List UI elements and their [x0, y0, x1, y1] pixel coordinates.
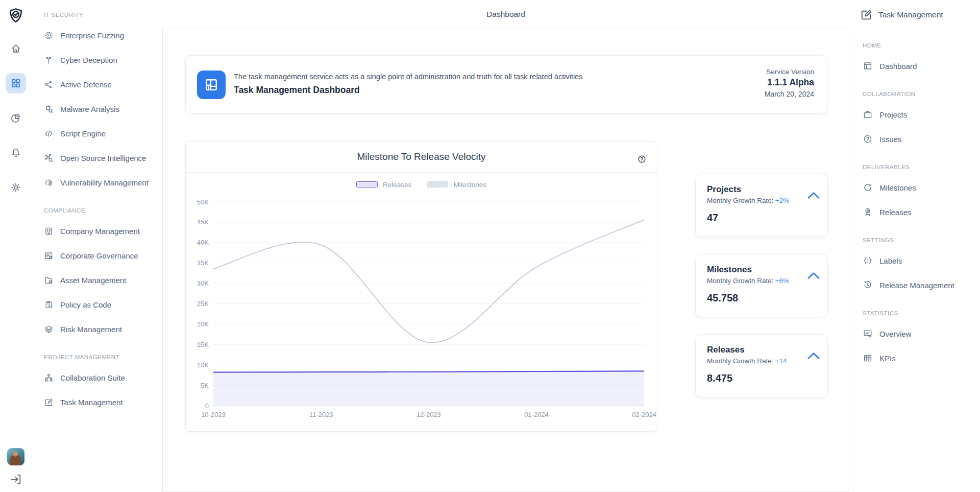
nav-item-malware-analysis[interactable]: Malware Analysis [33, 97, 162, 121]
bug-search-icon [44, 104, 54, 114]
left-icon-rail [0, 0, 32, 492]
rail-button-home[interactable] [6, 38, 26, 59]
version-label: Service Version [765, 68, 814, 76]
nav-item-enterprise-fuzzing[interactable]: Enterprise Fuzzing [33, 23, 162, 48]
nav-item-label: Overview [879, 330, 912, 338]
nav-item-label: Labels [879, 256, 902, 265]
stat-cards: ProjectsMonthly Growth Rate:+2%47Milesto… [695, 174, 828, 414]
nav-section-settings: SETTINGSLabelsRelease Management [860, 234, 980, 297]
nav-section-it-security: IT SECURITYEnterprise FuzzingCyber Decep… [33, 9, 162, 195]
refresh-icon [863, 182, 873, 193]
rail-button-apps[interactable] [6, 73, 26, 93]
clipboard-icon [44, 300, 54, 310]
stat-value: 47 [707, 212, 816, 224]
svg-text:10-2023: 10-2023 [201, 411, 226, 418]
nav-item-issues[interactable]: Issues [860, 127, 980, 151]
nav-item-active-defense[interactable]: Active Defense [33, 72, 162, 97]
stat-card-projects: ProjectsMonthly Growth Rate:+2%47 [695, 174, 828, 237]
stat-card-milestones: MilestonesMonthly Growth Rate:+6%45.758 [695, 254, 828, 317]
nav-item-label: KPIs [879, 354, 896, 363]
rail-button-settings[interactable] [6, 177, 26, 198]
section-label: COMPLIANCE [33, 204, 162, 217]
chevron-up-icon[interactable] [807, 272, 820, 279]
svg-text:50K: 50K [197, 198, 209, 206]
nav-item-label: Corporate Governance [60, 251, 138, 260]
section-label: SETTINGS [860, 234, 980, 246]
breadcrumb: Dashboard [162, 0, 849, 29]
svg-text:40K: 40K [197, 239, 209, 246]
section-label: STATISTICS [860, 307, 980, 319]
nav-item-label: Cyber Deception [60, 56, 117, 64]
page-title: Task Management Dashboard [234, 85, 360, 96]
help-circle-icon[interactable] [637, 154, 647, 164]
list-gear-icon [44, 251, 54, 261]
nav-item-task-management[interactable]: Task Management [33, 390, 162, 414]
bell-icon [10, 147, 21, 158]
nav-item-cyber-deception[interactable]: Cyber Deception [33, 48, 162, 72]
nav-item-collaboration-suite[interactable]: Collaboration Suite [33, 365, 162, 390]
nav-item-label: Issues [879, 135, 901, 144]
nav-item-kpis[interactable]: KPIs [860, 346, 980, 370]
nav-item-open-source-intelligence[interactable]: Open Source Intelligence [33, 146, 162, 170]
history-icon [863, 280, 873, 290]
stat-value: 8.475 [707, 372, 816, 384]
nav-item-release-management[interactable]: Release Management [860, 273, 980, 297]
logout-icon[interactable] [9, 473, 22, 486]
fingerprint-icon [44, 178, 54, 188]
nav-item-dashboard[interactable]: Dashboard [860, 54, 980, 78]
nav-item-asset-management[interactable]: Asset Management [33, 268, 162, 292]
nav-item-risk-management[interactable]: Risk Management [33, 317, 162, 341]
svg-text:0: 0 [205, 402, 209, 410]
folder-icon [44, 275, 54, 285]
svg-text:5K: 5K [201, 382, 209, 389]
nav-item-label: Vulnerability Management [60, 178, 149, 187]
svg-text:11-2023: 11-2023 [309, 411, 333, 418]
nav-item-milestones[interactable]: Milestones [860, 175, 980, 200]
nav-item-label: Release Management [879, 281, 954, 290]
right-sidebar: Task Management HOMEDashboardCOLLABORATI… [860, 0, 980, 370]
gear-icon [10, 182, 21, 193]
stat-card-releases: ReleasesMonthly Growth Rate:+148.475 [695, 334, 828, 397]
user-avatar[interactable] [7, 448, 24, 465]
nav-item-label: Open Source Intelligence [60, 154, 146, 162]
nav-item-labels[interactable]: Labels [860, 248, 980, 273]
svg-text:12-2023: 12-2023 [416, 411, 441, 418]
target-icon [44, 31, 54, 40]
nav-item-company-management[interactable]: Company Management [33, 219, 162, 243]
stat-growth: Monthly Growth Rate:+2% [707, 197, 816, 204]
home-icon [10, 43, 21, 54]
nav-item-projects[interactable]: Projects [860, 102, 980, 127]
growth-value: +2% [775, 197, 789, 204]
nav-section-compliance: COMPLIANCECompany ManagementCorporate Go… [33, 204, 162, 341]
svg-text:35K: 35K [197, 259, 209, 267]
question-circle-icon [863, 134, 873, 144]
stat-title: Releases [707, 345, 816, 355]
briefcase-icon [863, 109, 873, 120]
nav-item-vulnerability-management[interactable]: Vulnerability Management [33, 170, 162, 195]
nav-section-deliverables: DELIVERABLESMilestonesReleases [860, 161, 980, 224]
app-title: Task Management [878, 10, 943, 19]
nav-item-script-engine[interactable]: Script Engine [33, 121, 162, 146]
version-date: March 20, 2024 [765, 90, 814, 98]
pie-icon [10, 112, 21, 124]
chevron-up-icon[interactable] [807, 352, 820, 360]
nav-item-overview[interactable]: Overview [860, 321, 980, 346]
stat-title: Milestones [707, 265, 816, 275]
chevron-up-icon[interactable] [807, 192, 820, 199]
nav-item-corporate-governance[interactable]: Corporate Governance [33, 243, 162, 268]
stat-value: 45.758 [707, 292, 816, 304]
nav-item-label: Risk Management [60, 325, 122, 334]
grid-icon [10, 78, 21, 89]
svg-text:10K: 10K [197, 361, 209, 369]
svg-text:01-2024: 01-2024 [524, 411, 549, 418]
growth-label: Monthly Growth Rate: [707, 277, 774, 285]
service-version-block: Service Version 1.1.1 Alpha March 20, 20… [765, 68, 814, 98]
growth-label: Monthly Growth Rate: [707, 357, 774, 365]
branch-icon [44, 55, 54, 65]
section-label: IT SECURITY [33, 9, 162, 21]
rail-button-analytics[interactable] [6, 108, 26, 128]
nav-section-collaboration: COLLABORATIONProjectsIssues [860, 88, 980, 151]
nav-item-releases[interactable]: Releases [860, 200, 980, 224]
nav-item-policy-as-code[interactable]: Policy as Code [33, 292, 162, 317]
rail-button-notifications[interactable] [6, 143, 26, 163]
